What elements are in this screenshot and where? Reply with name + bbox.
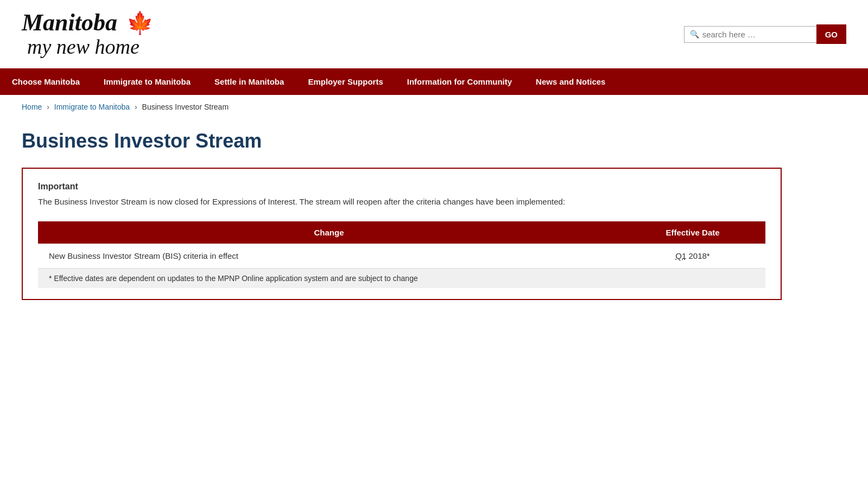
date-q1: Q1	[675, 251, 686, 260]
breadcrumb-home[interactable]: Home	[22, 103, 42, 111]
go-button[interactable]: GO	[816, 24, 846, 44]
logo-text: Manitoba 🍁 my new home	[22, 10, 154, 59]
maple-leaf-icon: 🍁	[126, 11, 154, 35]
nav-bar: Choose Manitoba Immigrate to Manitoba Se…	[0, 68, 868, 95]
breadcrumb: Home › Immigrate to Manitoba › Business …	[0, 95, 868, 119]
search-input[interactable]	[702, 30, 811, 39]
header: Manitoba 🍁 my new home 🔍 GO	[0, 0, 868, 68]
nav-item-community[interactable]: Information for Community	[395, 68, 524, 95]
search-wrapper: 🔍	[684, 26, 816, 43]
table-note-row: * Effective dates are dependent on updat…	[38, 268, 765, 288]
logo-manitoba: Manitoba	[22, 9, 117, 36]
important-box: Important The Business Investor Stream i…	[22, 168, 782, 300]
table-cell-change: New Business Investor Stream (BIS) crite…	[38, 244, 620, 269]
important-label: Important	[38, 182, 765, 192]
breadcrumb-parent[interactable]: Immigrate to Manitoba	[54, 103, 130, 111]
nav-item-settle[interactable]: Settle in Manitoba	[202, 68, 296, 95]
logo-my-new-home: my new home	[27, 35, 140, 58]
table-header-change: Change	[38, 221, 620, 244]
page-title: Business Investor Stream	[22, 130, 846, 152]
main-content: Business Investor Stream Important The B…	[0, 119, 868, 322]
breadcrumb-sep1: ›	[47, 103, 49, 111]
logo: Manitoba 🍁 my new home	[22, 10, 154, 59]
breadcrumb-current: Business Investor Stream	[142, 103, 229, 111]
nav-item-immigrate[interactable]: Immigrate to Manitoba	[92, 68, 202, 95]
search-area: 🔍 GO	[684, 24, 846, 44]
date-year: 2018*	[688, 251, 709, 260]
table-cell-date: Q1 2018*	[620, 244, 765, 269]
nav-item-news[interactable]: News and Notices	[524, 68, 617, 95]
nav-item-employer[interactable]: Employer Supports	[296, 68, 395, 95]
breadcrumb-sep2: ›	[135, 103, 137, 111]
important-text: The Business Investor Stream is now clos…	[38, 196, 765, 208]
table-note: * Effective dates are dependent on updat…	[38, 268, 765, 288]
table-header-date: Effective Date	[620, 221, 765, 244]
changes-table: Change Effective Date New Business Inves…	[38, 221, 765, 288]
search-icon: 🔍	[690, 30, 699, 39]
nav-item-choose-manitoba[interactable]: Choose Manitoba	[0, 68, 92, 95]
table-row: New Business Investor Stream (BIS) crite…	[38, 244, 765, 269]
